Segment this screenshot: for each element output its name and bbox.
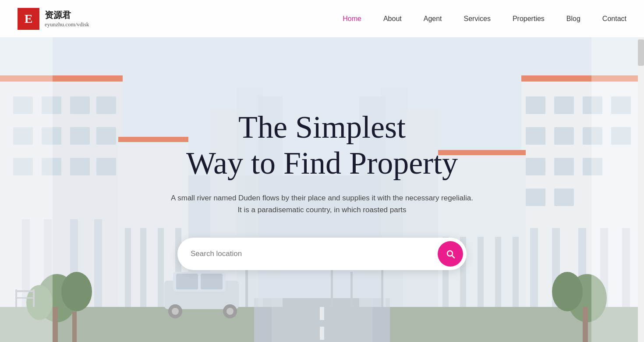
hero-title: The Simplest Way to Find Property: [186, 109, 458, 182]
logo-text-container: 资源君 eyunzhu.com/vdisk: [45, 9, 89, 28]
logo-subtitle: eyunzhu.com/vdisk: [45, 21, 89, 28]
search-bar: [177, 238, 467, 270]
nav-link-agent[interactable]: Agent: [424, 15, 442, 22]
search-button[interactable]: [438, 241, 463, 267]
logo-icon: E: [18, 8, 39, 30]
scrollbar[interactable]: [638, 37, 644, 342]
scrollbar-thumb: [638, 39, 644, 66]
logo[interactable]: E 资源君 eyunzhu.com/vdisk: [18, 8, 89, 30]
nav-item-blog[interactable]: Blog: [566, 15, 580, 23]
nav-item-about[interactable]: About: [383, 15, 402, 23]
nav-item-services[interactable]: Services: [464, 15, 491, 23]
nav-links: Home About Agent Services Properties Blo…: [343, 15, 626, 23]
hero-subtitle: A small river named Duden flows by their…: [169, 192, 475, 216]
nav-item-properties[interactable]: Properties: [513, 15, 545, 23]
nav-link-services[interactable]: Services: [464, 15, 491, 22]
logo-title: 资源君: [45, 9, 89, 21]
nav-link-blog[interactable]: Blog: [566, 15, 580, 22]
navbar: E 资源君 eyunzhu.com/vdisk Home About Agent…: [0, 0, 644, 37]
nav-link-properties[interactable]: Properties: [513, 15, 545, 22]
nav-item-agent[interactable]: Agent: [424, 15, 442, 23]
nav-link-about[interactable]: About: [383, 15, 402, 22]
nav-item-home[interactable]: Home: [343, 15, 361, 23]
nav-link-home[interactable]: Home: [343, 15, 361, 22]
hero-section: The Simplest Way to Find Property A smal…: [0, 37, 644, 342]
search-input[interactable]: [191, 249, 438, 258]
nav-item-contact[interactable]: Contact: [602, 15, 626, 23]
search-icon: [445, 249, 456, 259]
nav-link-contact[interactable]: Contact: [602, 15, 626, 22]
